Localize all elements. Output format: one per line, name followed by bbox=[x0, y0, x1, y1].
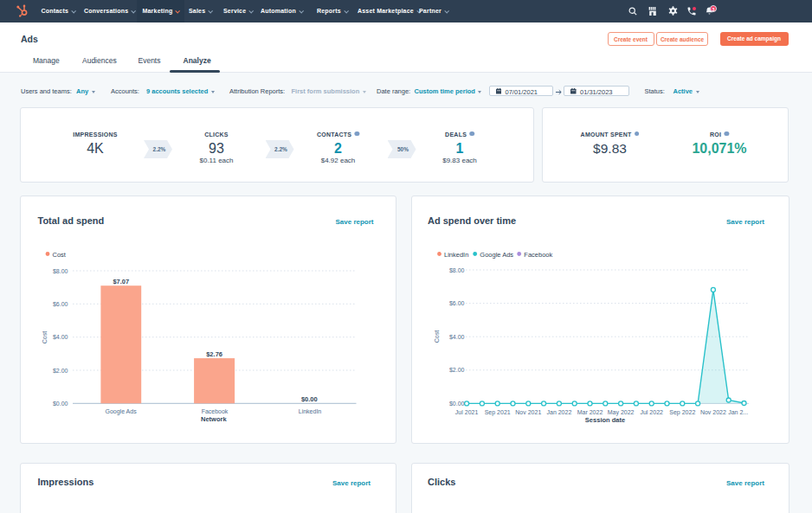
svg-text:Cost: Cost bbox=[53, 251, 67, 259]
svg-text:$7.07: $7.07 bbox=[113, 278, 129, 285]
svg-text:$2.76: $2.76 bbox=[206, 350, 222, 358]
svg-text:Google Ads: Google Ads bbox=[480, 251, 513, 259]
svg-text:$4.00: $4.00 bbox=[449, 334, 465, 340]
svg-text:Sep 2022: Sep 2022 bbox=[669, 409, 695, 416]
svg-text:$8.00: $8.00 bbox=[53, 268, 68, 274]
svg-text:Jan 2022: Jan 2022 bbox=[546, 409, 571, 415]
svg-text:Jul 2022: Jul 2022 bbox=[640, 409, 663, 415]
svg-text:Facebook: Facebook bbox=[524, 251, 552, 259]
svg-text:$2.00: $2.00 bbox=[449, 367, 465, 373]
svg-text:$6.00: $6.00 bbox=[449, 300, 465, 306]
svg-text:$0.00: $0.00 bbox=[449, 401, 465, 407]
svg-text:LinkedIn: LinkedIn bbox=[444, 251, 468, 259]
svg-text:LinkedIn: LinkedIn bbox=[299, 408, 322, 414]
svg-text:Nov 2021: Nov 2021 bbox=[515, 409, 541, 415]
svg-text:Cost: Cost bbox=[42, 331, 48, 343]
svg-text:May 2022: May 2022 bbox=[608, 409, 635, 416]
svg-text:$6.00: $6.00 bbox=[53, 301, 68, 307]
svg-text:Mar 2022: Mar 2022 bbox=[577, 409, 603, 415]
svg-text:$2.00: $2.00 bbox=[53, 368, 68, 374]
svg-text:$0.00: $0.00 bbox=[301, 395, 318, 403]
svg-text:Jul 2021: Jul 2021 bbox=[455, 409, 479, 415]
svg-text:$0.00: $0.00 bbox=[53, 401, 68, 407]
svg-text:$4.00: $4.00 bbox=[53, 334, 68, 340]
svg-text:Google Ads: Google Ads bbox=[105, 408, 137, 415]
svg-text:Facebook: Facebook bbox=[202, 408, 229, 414]
svg-text:Session date: Session date bbox=[585, 416, 625, 424]
svg-text:Sep 2021: Sep 2021 bbox=[485, 409, 511, 416]
svg-text:Nov 2022: Nov 2022 bbox=[700, 409, 726, 415]
svg-text:Cost: Cost bbox=[434, 330, 440, 343]
svg-text:$8.00: $8.00 bbox=[449, 267, 465, 273]
svg-text:Jan 2...: Jan 2... bbox=[728, 409, 748, 415]
svg-text:Network: Network bbox=[201, 415, 227, 423]
